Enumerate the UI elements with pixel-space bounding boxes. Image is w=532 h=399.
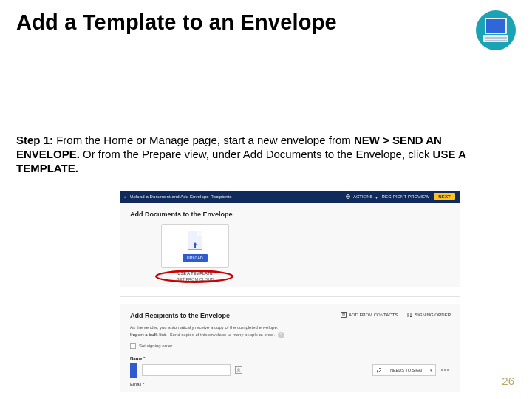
svg-point-8 (347, 196, 349, 197)
use-a-template-link[interactable]: USE A TEMPLATE (161, 271, 229, 276)
svg-rect-4 (485, 37, 507, 38)
name-field-row: Name * NEEDS TO SIGN ▾ Email * (130, 356, 449, 386)
back-chevron-icon[interactable]: ‹ (124, 194, 126, 199)
add-from-contacts-label: ADD FROM CONTACTS (349, 313, 398, 317)
signing-order-checkbox[interactable] (130, 343, 136, 349)
gear-icon (345, 194, 351, 200)
get-from-cloud-link[interactable]: GET FROM CLOUD (161, 277, 229, 282)
more-options-icon[interactable] (440, 366, 449, 375)
actions-label: ACTIONS (353, 194, 373, 199)
step-1-label: Step 1: (16, 134, 53, 146)
step-1-text: Step 1: From the Home or Manage page, st… (16, 133, 489, 176)
svg-point-16 (444, 369, 446, 371)
slide: Add a Template to an Envelope Step 1: Fr… (0, 0, 532, 399)
chevron-down-icon: ▾ (375, 194, 378, 200)
page-title: Add a Template to an Envelope (16, 10, 337, 35)
add-recipients-section: ADD FROM CONTACTS SIGNING ORDER Add Reci… (120, 304, 460, 392)
svg-point-14 (238, 368, 240, 370)
recipient-preview-link[interactable]: RECIPIENT PREVIEW (382, 194, 430, 199)
upload-button[interactable]: UPLOAD (183, 254, 208, 262)
svg-rect-2 (486, 19, 505, 33)
contact-picker-icon[interactable] (235, 366, 242, 374)
help-icon[interactable]: ? (278, 332, 284, 338)
bulk-list-hint: Send copies of this envelope to many peo… (170, 332, 275, 337)
svg-rect-5 (485, 38, 507, 39)
recipient-color-swatch (130, 363, 137, 378)
add-documents-heading: Add Documents to the Envelope (130, 211, 449, 218)
step-1-body-b: Or from the Prepare view, under Add Docu… (80, 148, 433, 160)
embedded-screenshot: ‹ Upload a Document and Add Envelope Rec… (120, 191, 460, 392)
bulk-list-row: Import a bulk list. Send copies of this … (130, 332, 449, 338)
computer-icon (476, 10, 516, 53)
chevron-down-icon: ▾ (430, 368, 432, 372)
svg-rect-13 (236, 366, 242, 373)
recipient-role-select[interactable]: NEEDS TO SIGN ▾ (372, 364, 436, 376)
breadcrumb: Upload a Document and Add Envelope Recip… (130, 194, 232, 199)
next-button[interactable]: NEXT (434, 193, 455, 200)
signing-order-button[interactable]: SIGNING ORDER (406, 312, 451, 318)
add-documents-section: Add Documents to the Envelope UPLOAD USE… (120, 203, 460, 287)
signing-order-checkbox-label: Set signing order (139, 344, 172, 348)
svg-rect-6 (485, 40, 507, 41)
pen-icon (376, 367, 382, 373)
signing-order-label: SIGNING ORDER (415, 313, 451, 317)
signing-order-icon (406, 312, 412, 318)
page-number: 26 (502, 375, 514, 387)
name-input[interactable] (142, 364, 231, 376)
step-1-body-a: From the Home or Manage page, start a ne… (53, 134, 354, 146)
name-label: Name * (130, 356, 449, 361)
upload-dropzone[interactable]: UPLOAD (161, 224, 229, 268)
title-row: Add a Template to an Envelope (16, 10, 516, 53)
svg-point-15 (441, 369, 443, 371)
recipient-role-value: NEEDS TO SIGN (390, 368, 422, 372)
bulk-list-link[interactable]: Import a bulk list. (130, 332, 167, 337)
add-from-contacts-button[interactable]: ADD FROM CONTACTS (341, 312, 398, 318)
upload-tile: UPLOAD USE A TEMPLATE GET FROM CLOUD (161, 224, 229, 282)
recipient-tools: ADD FROM CONTACTS SIGNING ORDER (341, 312, 451, 318)
contacts-icon (341, 312, 347, 318)
signing-order-checkbox-row: Set signing order (130, 343, 449, 349)
email-label: Email * (130, 382, 449, 386)
recipients-subtext: As the sender, you automatically receive… (130, 325, 449, 330)
upload-arrow-icon (191, 242, 199, 249)
app-topbar: ‹ Upload a Document and Add Envelope Rec… (120, 191, 460, 203)
svg-point-17 (447, 369, 449, 371)
actions-menu[interactable]: ACTIONS ▾ (345, 194, 378, 200)
section-divider (120, 296, 460, 297)
